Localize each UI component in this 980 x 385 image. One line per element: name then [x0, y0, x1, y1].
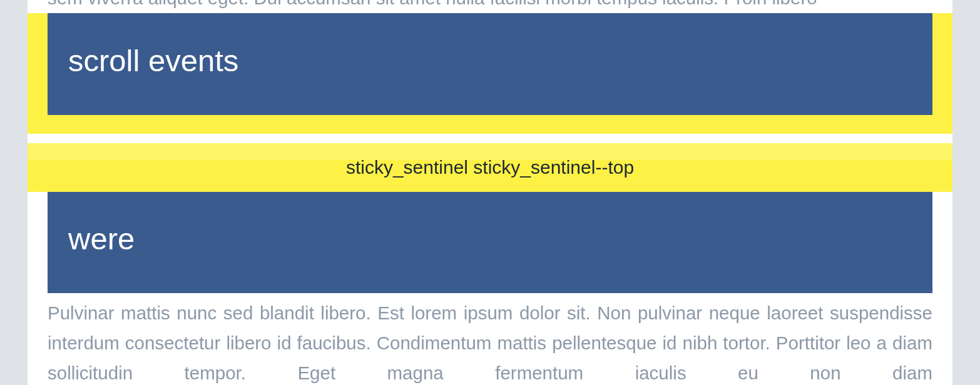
sticky-header-1: scroll events: [48, 13, 932, 115]
sticky-header-1-title: scroll events: [68, 43, 238, 78]
content-column: sem viverra aliquet eget. Dui accumsan s…: [28, 0, 952, 385]
body-paragraph: Pulvinar mattis nunc sed blandit libero.…: [48, 298, 932, 385]
sticky-sentinel-label: sticky_sentinel sticky_sentinel--top: [346, 157, 634, 178]
sticky-header-2: were: [48, 192, 932, 293]
viewport: sem viverra aliquet eget. Dui accumsan s…: [0, 0, 980, 385]
paragraph-fragment-top: sem viverra aliquet eget. Dui accumsan s…: [48, 0, 932, 12]
sticky-sentinel-top: sticky_sentinel sticky_sentinel--top: [28, 143, 952, 192]
highlight-wrap-header1: scroll events: [28, 13, 952, 134]
sticky-header-2-title: were: [68, 221, 135, 256]
